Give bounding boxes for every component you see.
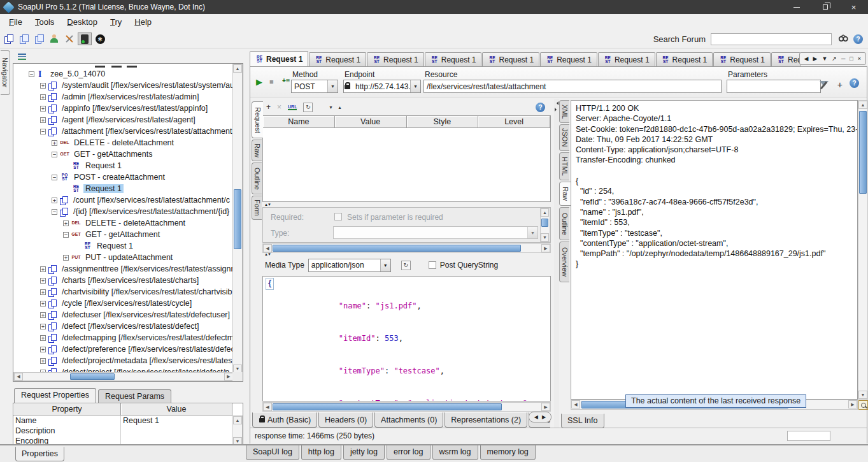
tree-row[interactable]: /admin [/flex/services/rest/latest/admin… [13, 91, 234, 103]
media-type-select[interactable]: application/json ▼ [308, 259, 391, 272]
table-row[interactable]: Description [13, 426, 243, 436]
log-tab[interactable]: wsrm log [432, 445, 478, 460]
scroll-up-icon[interactable]: ▲ [233, 416, 242, 424]
delete-param-icon[interactable]: × [277, 103, 281, 112]
documents-icon[interactable] [1, 32, 15, 45]
tab-ssl-info[interactable]: SSL Info [561, 414, 604, 428]
scroll-down-icon[interactable]: ▼ [541, 233, 549, 242]
user-icon[interactable] [47, 32, 61, 45]
scrollbar-thumb[interactable] [859, 111, 867, 194]
tree-row[interactable]: zee_5.0_14070 [13, 68, 234, 80]
tree-item-label[interactable]: /system/audit [/flex/services/rest/lates… [60, 81, 234, 90]
tree-expander-icon[interactable] [40, 129, 46, 134]
tree-row[interactable]: /defectuser [/flex/services/rest/latest/… [13, 309, 234, 321]
magnifier-icon[interactable] [858, 400, 868, 410]
request-bottom-tab[interactable]: Headers (0) [318, 412, 373, 428]
response-view-tab[interactable]: HTML [559, 152, 569, 180]
star-circle-icon[interactable]: ∗ [93, 32, 107, 45]
scroll-right-icon[interactable]: ▶ [542, 414, 546, 420]
update-from-url-icon[interactable]: URL [288, 105, 297, 110]
help-icon[interactable]: ? [853, 34, 863, 44]
tree-item-label[interactable]: /agent [/flex/services/rest/latest/agent… [60, 115, 197, 124]
tree-item-label[interactable]: GET - getAttachments [72, 150, 154, 159]
submit-button[interactable]: ▶ [256, 77, 262, 87]
scroll-left-icon[interactable]: ◀ [263, 403, 272, 411]
recreate-icon[interactable]: ↻ [401, 261, 411, 270]
add-to-testcase-icon[interactable]: +≡ [282, 76, 290, 84]
undock-icon[interactable]: ↗ [832, 55, 837, 62]
json-line[interactable]: "itemType": "testcase", [266, 355, 550, 387]
close-button[interactable]: × [839, 0, 868, 14]
details-scrollbar[interactable]: ▲ ▼ [540, 208, 550, 242]
response-raw-view[interactable]: HTTP/1.1 200 OK Server: Apache-Coyote/1.… [571, 100, 858, 400]
tree-item-label[interactable]: /{id} [/flex/services/rest/latest/attach… [71, 207, 231, 216]
tree-item-label[interactable]: GET - getAttachment [83, 230, 162, 239]
request-bottom-tab[interactable]: Auth (Basic) [252, 412, 317, 428]
scroll-right-icon[interactable]: ▶ [224, 373, 233, 380]
move-up-icon[interactable]: ▴ [338, 105, 341, 110]
tree-expander-icon[interactable] [52, 175, 57, 180]
tree-row[interactable]: GET GET - getAttachment [13, 229, 234, 240]
help-icon[interactable]: ? [536, 103, 545, 112]
request-bottom-tab[interactable]: Representations (2) [445, 412, 527, 428]
scroll-right-icon[interactable]: ▶ [541, 403, 550, 411]
cancel-button[interactable]: ■ [269, 78, 274, 85]
property-value-cell[interactable] [121, 426, 221, 436]
tree-expander-icon[interactable] [40, 347, 46, 352]
help-icon[interactable]: ? [850, 78, 859, 88]
navigator-side-tab[interactable]: Navigator [1, 50, 10, 95]
tree-item-label[interactable]: /cycle [/flex/services/rest/latest/cycle… [60, 299, 194, 308]
tree-expander-icon[interactable] [40, 94, 46, 100]
tree-item-label[interactable]: DELETE - deleteAttachment [83, 219, 187, 227]
response-view-tab[interactable]: JSON [559, 124, 569, 151]
scroll-up-icon[interactable]: ▲ [541, 208, 549, 217]
tree-item-label[interactable]: POST - createAttachment [72, 173, 167, 182]
scrollbar-thumb[interactable] [234, 189, 241, 249]
scroll-right-icon[interactable]: ▶ [541, 244, 550, 252]
tree-row[interactable]: /system/audit [/flex/services/rest/lates… [13, 80, 234, 91]
splitter-icon[interactable]: ▲▼ [264, 203, 271, 206]
tree-item-label[interactable]: /count [/flex/services/rest/latest/attac… [71, 196, 232, 205]
tree-row[interactable]: RE ST Request 1 [13, 183, 234, 194]
request-tab[interactable]: RE ST Request 1 [309, 52, 366, 66]
endpoint-select[interactable]: http://52.74.143.162 ▼ [343, 80, 421, 93]
scroll-left-icon[interactable]: ◀ [534, 414, 538, 420]
post-querystring-checkbox[interactable] [429, 261, 436, 269]
request-body-editor[interactable]: { "name": "js1.pdf", "itemId": 553, "ite… [262, 276, 551, 401]
scrollbar-thumb[interactable] [541, 219, 548, 227]
tree-expander-icon[interactable] [40, 335, 46, 341]
request-tab[interactable]: RE ST Request 1 [540, 52, 597, 66]
scroll-left-icon[interactable]: ◀ [571, 400, 580, 408]
tree-expander-icon[interactable] [52, 140, 57, 146]
tree-expander-icon[interactable] [40, 278, 46, 284]
scrollbar-thumb[interactable] [70, 373, 115, 380]
tree-item-label[interactable]: Request 1 [95, 242, 135, 250]
menu-item[interactable]: Help [128, 15, 158, 29]
minimize-button[interactable] [782, 0, 811, 14]
tree-row[interactable]: /charts [/flex/services/rest/latest/char… [13, 275, 234, 286]
tree-expander-icon[interactable] [52, 209, 57, 215]
tree-item-label[interactable]: /assignmenttree [/flex/services/rest/lat… [60, 264, 234, 273]
json-line[interactable]: "name": "js1.pdf", [266, 290, 550, 322]
required-checkbox[interactable] [334, 213, 342, 220]
pane-splitter[interactable] [554, 99, 559, 428]
tree-item-label[interactable]: /charts [/flex/services/rest/latest/char… [60, 276, 201, 285]
tree-row[interactable]: /{id} [/flex/services/rest/latest/attach… [13, 206, 234, 217]
tree-expander-icon[interactable] [52, 152, 57, 157]
details-horizontal-scrollbar[interactable]: ◀ ▶ [262, 243, 551, 253]
tree-item-label[interactable]: /chartvisibility [/flex/services/rest/la… [60, 287, 234, 296]
tools-icon[interactable] [62, 32, 76, 45]
restore-button[interactable] [811, 0, 839, 14]
request-tab[interactable]: RE ST Request 1 [713, 52, 771, 66]
log-tab[interactable]: jetty log [343, 445, 385, 460]
tree-item-label[interactable]: /admin [/flex/services/rest/latest/admin… [60, 92, 201, 101]
tree-expander-icon[interactable] [63, 220, 69, 226]
params-header-cell[interactable]: Style [407, 116, 479, 128]
params-header-cell[interactable]: Name [263, 116, 335, 128]
request-tab[interactable]: RE ST Request 1 [250, 51, 308, 66]
request-view-tab[interactable]: Request [252, 101, 263, 138]
close-window-icon[interactable]: × [858, 55, 861, 62]
tree-expander-icon[interactable] [63, 232, 69, 238]
properties-scrollbar[interactable]: ▲ ▼ [232, 415, 243, 446]
resource-input[interactable]: /flex/services/rest/latest/attachment [423, 80, 722, 93]
